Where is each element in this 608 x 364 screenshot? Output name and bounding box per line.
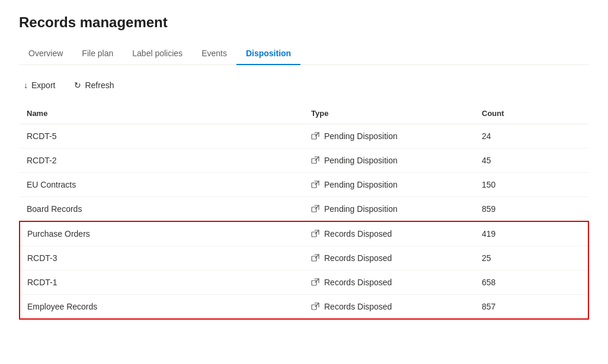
type-text: Records Disposed — [324, 302, 392, 311]
cell-name: RCDT-5 — [20, 124, 304, 149]
table-row[interactable]: RCDT-2 Pending Disposition45 — [20, 149, 588, 173]
column-header-count: Count — [475, 103, 588, 124]
svg-rect-12 — [312, 281, 316, 285]
external-link-icon[interactable] — [311, 132, 319, 140]
normal-rows-group: RCDT-5 Pending Disposition24RCDT-2 Pendi… — [20, 124, 588, 222]
tab-disposition[interactable]: Disposition — [236, 43, 300, 65]
svg-rect-14 — [312, 305, 316, 310]
toolbar: ↓ Export ↻ Refresh — [19, 77, 589, 94]
refresh-icon: ↻ — [74, 80, 81, 90]
refresh-button[interactable]: ↻ Refresh — [69, 77, 119, 94]
table-row[interactable]: Purchase Orders Records Disposed419 — [20, 221, 588, 246]
cell-count: 45 — [475, 149, 588, 173]
external-link-icon[interactable] — [311, 302, 319, 311]
external-link-icon[interactable] — [311, 254, 319, 262]
type-text: Records Disposed — [324, 278, 392, 287]
cell-name: RCDT-2 — [20, 149, 304, 173]
cell-type: Records Disposed — [304, 246, 475, 270]
records-table-container: Name Type Count RCDT-5 Pending Dispositi… — [19, 103, 589, 320]
table-header-row: Name Type Count — [20, 103, 588, 124]
column-header-type: Type — [304, 103, 475, 124]
svg-rect-10 — [312, 256, 316, 261]
cell-count: 857 — [475, 295, 588, 320]
external-link-icon[interactable] — [311, 156, 319, 165]
type-text: Records Disposed — [324, 253, 392, 263]
navigation-tabs: Overview File plan Label policies Events… — [19, 43, 589, 65]
table-row[interactable]: RCDT-5 Pending Disposition24 — [20, 124, 588, 149]
cell-name: RCDT-1 — [20, 270, 304, 295]
external-link-icon[interactable] — [311, 205, 319, 213]
cell-count: 419 — [475, 221, 588, 246]
cell-name: Board Records — [20, 197, 304, 222]
cell-count: 25 — [475, 246, 588, 270]
external-link-icon[interactable] — [311, 230, 319, 238]
cell-name: EU Contracts — [20, 173, 304, 197]
export-icon: ↓ — [24, 80, 28, 90]
tab-file-plan[interactable]: File plan — [72, 43, 123, 65]
external-link-icon[interactable] — [311, 278, 319, 286]
cell-count: 24 — [475, 124, 588, 149]
cell-name: RCDT-3 — [20, 246, 304, 270]
page-title: Records management — [19, 14, 589, 31]
type-text: Pending Disposition — [324, 204, 398, 214]
cell-count: 859 — [475, 197, 588, 222]
type-text: Pending Disposition — [324, 156, 398, 165]
cell-name: Employee Records — [20, 295, 304, 320]
tab-events[interactable]: Events — [192, 43, 236, 65]
cell-count: 150 — [475, 173, 588, 197]
cell-name: Purchase Orders — [20, 221, 304, 246]
cell-type: Pending Disposition — [304, 173, 475, 197]
cell-type: Records Disposed — [304, 295, 475, 320]
type-text: Pending Disposition — [324, 180, 398, 189]
export-button[interactable]: ↓ Export — [19, 77, 60, 94]
tab-label-policies[interactable]: Label policies — [123, 43, 192, 65]
svg-rect-2 — [312, 159, 316, 163]
tab-overview[interactable]: Overview — [19, 43, 72, 65]
table-row[interactable]: Board Records Pending Disposition859 — [20, 197, 588, 222]
table-row[interactable]: RCDT-1 Records Disposed658 — [20, 270, 588, 295]
cell-type: Records Disposed — [304, 221, 475, 246]
table-row[interactable]: RCDT-3 Records Disposed25 — [20, 246, 588, 270]
table-row[interactable]: Employee Records Records Disposed857 — [20, 295, 588, 320]
highlighted-rows-group: Purchase Orders Records Disposed419RCDT-… — [20, 221, 588, 319]
svg-rect-4 — [312, 183, 316, 188]
svg-rect-6 — [312, 207, 316, 212]
cell-type: Pending Disposition — [304, 197, 475, 222]
cell-type: Pending Disposition — [304, 124, 475, 149]
external-link-icon[interactable] — [311, 181, 319, 189]
cell-type: Records Disposed — [304, 270, 475, 295]
records-table: Name Type Count RCDT-5 Pending Dispositi… — [19, 103, 589, 320]
cell-type: Pending Disposition — [304, 149, 475, 173]
cell-count: 658 — [475, 270, 588, 295]
svg-rect-0 — [312, 134, 316, 139]
svg-rect-8 — [312, 232, 316, 237]
type-text: Records Disposed — [324, 229, 392, 239]
table-row[interactable]: EU Contracts Pending Disposition150 — [20, 173, 588, 197]
type-text: Pending Disposition — [324, 131, 398, 141]
column-header-name: Name — [20, 103, 304, 124]
